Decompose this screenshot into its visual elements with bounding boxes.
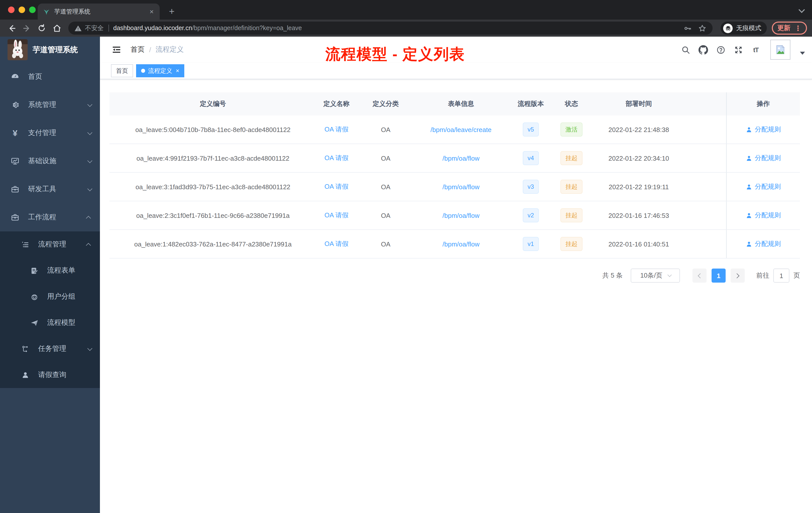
chevron-down-icon bbox=[87, 102, 92, 107]
tag-label: 流程定义 bbox=[148, 66, 172, 75]
definition-name-link[interactable]: OA 请假 bbox=[316, 201, 356, 230]
sidebar-item-system[interactable]: 系统管理 bbox=[0, 91, 100, 119]
forward-icon[interactable] bbox=[20, 22, 33, 35]
caret-down-icon[interactable] bbox=[800, 52, 805, 55]
column-header-filler bbox=[689, 92, 726, 116]
user-icon bbox=[746, 155, 752, 161]
status-cell: 激活 bbox=[554, 116, 588, 144]
definition-id: oa_leave:1:482ec033-762a-11ec-8477-a2380… bbox=[110, 230, 316, 258]
assign-rule-button[interactable]: 分配规则 bbox=[746, 125, 781, 134]
chevron-down-icon bbox=[87, 130, 92, 135]
status-cell: 挂起 bbox=[554, 144, 588, 172]
definition-category: OA bbox=[356, 230, 415, 258]
incognito-label: 无痕模式 bbox=[736, 24, 761, 32]
sidebar-item-process-form[interactable]: 流程表单 bbox=[0, 258, 100, 283]
yen-icon: ¥ bbox=[10, 129, 20, 137]
status-cell: 挂起 bbox=[554, 230, 588, 258]
sidebar-item-devtools[interactable]: 研发工具 bbox=[0, 175, 100, 203]
hamburger-collapse-icon[interactable] bbox=[111, 44, 122, 55]
browser-tab[interactable]: 芋道管理系统 × bbox=[38, 3, 160, 20]
definition-name-link[interactable]: OA 请假 bbox=[316, 116, 356, 144]
sidebar: 芋道管理系统 首页 系统管理 ¥ 支付管理 bbox=[0, 37, 100, 513]
fontsize-icon[interactable]: tT bbox=[751, 45, 761, 55]
version-badge: v1 bbox=[522, 237, 539, 251]
chevron-down-icon bbox=[87, 158, 92, 163]
help-icon[interactable] bbox=[716, 45, 726, 55]
goto-page-input[interactable]: 1 bbox=[773, 269, 789, 282]
sidebar-item-label: 流程表单 bbox=[47, 266, 91, 275]
search-icon[interactable] bbox=[680, 45, 691, 55]
tab-close-icon[interactable]: × bbox=[149, 7, 155, 16]
sidebar-item-workflow[interactable]: 工作流程 bbox=[0, 203, 100, 232]
key-icon[interactable] bbox=[684, 24, 692, 32]
sidebar-item-label: 研发工具 bbox=[28, 185, 87, 194]
breadcrumb-home[interactable]: 首页 bbox=[130, 45, 145, 54]
update-label: 更新 bbox=[777, 24, 790, 33]
sidebar-item-infra[interactable]: 基础设施 bbox=[0, 147, 100, 175]
form-link[interactable]: /bpm/oa/flow bbox=[415, 144, 507, 172]
sidebar-logo[interactable]: 芋道管理系统 bbox=[0, 37, 100, 63]
breadcrumb: 首页 / 流程定义 bbox=[130, 45, 184, 54]
monitor-icon bbox=[10, 157, 20, 165]
table-row: oa_leave:3:1fad3d93-7b75-11ec-a3c8-acde4… bbox=[110, 173, 800, 201]
deploy-time: 2022-01-22 20:34:10 bbox=[588, 144, 689, 172]
update-button[interactable]: 更新 ⋮ bbox=[772, 22, 807, 35]
window-close-button[interactable] bbox=[8, 6, 14, 13]
page-number-button[interactable]: 1 bbox=[712, 269, 726, 282]
avatar[interactable] bbox=[770, 40, 790, 60]
chevron-right-icon bbox=[734, 273, 740, 278]
definition-category: OA bbox=[356, 116, 415, 144]
list-icon bbox=[20, 240, 30, 249]
tab-title: 芋道管理系统 bbox=[54, 7, 149, 16]
sidebar-item-user-group[interactable]: 用户分组 bbox=[0, 283, 100, 310]
new-tab-button[interactable]: + bbox=[166, 5, 178, 17]
home-icon[interactable] bbox=[50, 22, 63, 35]
tag-process-definition[interactable]: 流程定义 × bbox=[136, 64, 184, 77]
sidebar-item-process-manage[interactable]: 流程管理 bbox=[0, 232, 100, 258]
sidebar-item-process-model[interactable]: 流程模型 bbox=[0, 310, 100, 336]
status-cell: 挂起 bbox=[554, 173, 588, 201]
sidebar-item-payment[interactable]: ¥ 支付管理 bbox=[0, 119, 100, 147]
assign-rule-button[interactable]: 分配规则 bbox=[746, 182, 781, 191]
form-link[interactable]: /bpm/oa/leave/create bbox=[415, 116, 507, 144]
definition-name-link[interactable]: OA 请假 bbox=[316, 230, 356, 258]
sidebar-item-leave-query[interactable]: 请假查询 bbox=[0, 362, 100, 388]
next-page-button[interactable] bbox=[731, 269, 745, 282]
column-header: 状态 bbox=[554, 92, 588, 116]
star-icon[interactable] bbox=[698, 24, 706, 32]
status-badge: 挂起 bbox=[560, 208, 582, 222]
fullscreen-icon[interactable] bbox=[733, 45, 743, 55]
assign-rule-button[interactable]: 分配规则 bbox=[746, 211, 781, 220]
column-header: 定义编号 bbox=[110, 92, 316, 116]
browser-menu-dots-icon[interactable]: ⋮ bbox=[794, 25, 802, 32]
security-label[interactable]: 不安全 bbox=[85, 24, 104, 32]
definition-name-link[interactable]: OA 请假 bbox=[316, 173, 356, 201]
window-minimize-button[interactable] bbox=[19, 6, 25, 13]
pagination-total: 共 5 条 bbox=[602, 271, 623, 280]
form-link[interactable]: /bpm/oa/flow bbox=[415, 201, 507, 230]
definition-id: oa_leave:2:3c1f0ef1-76b1-11ec-9c66-a2380… bbox=[110, 201, 316, 230]
form-link[interactable]: /bpm/oa/flow bbox=[415, 230, 507, 258]
window-zoom-button[interactable] bbox=[29, 6, 36, 13]
chevron-down-icon bbox=[87, 345, 92, 351]
assign-rule-button[interactable]: 分配规则 bbox=[746, 154, 781, 163]
sidebar-item-home[interactable]: 首页 bbox=[0, 63, 100, 91]
form-link[interactable]: /bpm/oa/flow bbox=[415, 173, 507, 201]
pagination: 共 5 条 10条/页 1 前往 1 页 bbox=[110, 269, 800, 282]
column-header: 定义分类 bbox=[356, 92, 415, 116]
page-size-select[interactable]: 10条/页 bbox=[631, 269, 680, 282]
prev-page-button[interactable] bbox=[693, 269, 706, 282]
reload-icon[interactable] bbox=[35, 22, 48, 35]
definition-name-link[interactable]: OA 请假 bbox=[316, 144, 356, 172]
tag-label: 首页 bbox=[116, 66, 128, 75]
github-icon[interactable] bbox=[698, 45, 708, 55]
tab-search-chevron-icon[interactable] bbox=[799, 6, 805, 13]
warning-icon[interactable] bbox=[74, 24, 82, 32]
url-bar[interactable]: 不安全 dashboard.yudao.iocoder.cn/bpm/manag… bbox=[68, 22, 713, 35]
tag-home[interactable]: 首页 bbox=[111, 64, 133, 77]
tag-close-icon[interactable]: × bbox=[176, 68, 179, 74]
filler-cell bbox=[689, 230, 726, 258]
back-icon[interactable] bbox=[5, 22, 18, 35]
sidebar-item-task-manage[interactable]: 任务管理 bbox=[0, 336, 100, 362]
assign-rule-button[interactable]: 分配规则 bbox=[746, 239, 781, 248]
